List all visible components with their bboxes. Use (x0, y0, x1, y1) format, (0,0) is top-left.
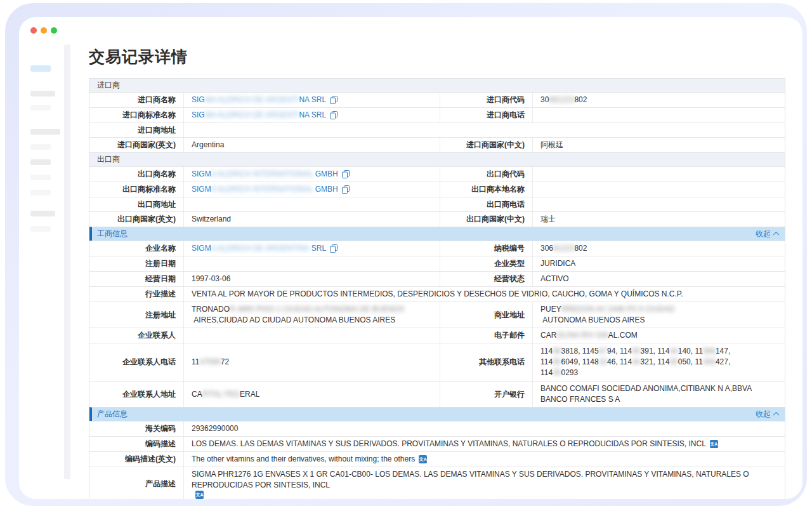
chevron-up-icon (773, 412, 780, 418)
field-value (183, 256, 440, 271)
field-label: 其他联系电话 (440, 343, 532, 381)
field-label: 注册地址 (89, 302, 183, 328)
field-value: SIGMA ALDRICH INTERNATIONAL GMBH (183, 182, 440, 197)
field-label: 纳税编号 (440, 241, 532, 256)
table-row: 编码描述 LOS DEMAS. LAS DEMAS VITAMINAS Y SU… (89, 436, 785, 451)
app-window: 交易记录详情 进口商 进口商名称 SIGMA ALDRICH DE ARGENT… (19, 17, 802, 499)
table-row: 出口商名称 SIGMA ALDRICH INTERNATIONAL GMBH 出… (89, 166, 785, 182)
field-label: 行业描述 (89, 287, 183, 302)
sidebar-nav-placeholder[interactable] (30, 144, 51, 150)
sidebar-nav-placeholder[interactable] (30, 159, 51, 165)
field-label: 商业地址 (440, 302, 532, 328)
window-frame: 交易记录详情 进口商 进口商名称 SIGMA ALDRICH DE ARGENT… (5, 3, 807, 506)
translate-icon[interactable]: 文A (419, 455, 427, 463)
field-value: VENTA AL POR MAYOR DE PRODUCTOS INTERMED… (183, 287, 785, 302)
field-value: The other vitamins and their derivatives… (183, 452, 785, 467)
copy-icon[interactable] (330, 111, 337, 119)
field-value (183, 328, 440, 343)
field-value: 1997-03-06 (183, 272, 440, 286)
importer-name-link[interactable]: SIGMA ALDRICH DE ARGENTINA SRL (192, 95, 326, 105)
field-value: CAPITAL FEDERAL (183, 382, 440, 407)
sidebar-nav-placeholder[interactable] (30, 175, 51, 180)
sidebar-nav-placeholder[interactable] (30, 190, 51, 196)
field-label: 编码描述(英文) (89, 452, 183, 467)
exporter-std-name-link[interactable]: SIGMA ALDRICH INTERNATIONAL GMBH (192, 184, 338, 195)
window-controls (30, 27, 57, 34)
minimize-button[interactable] (41, 27, 47, 34)
table-row: 进口商名称 SIGMA ALDRICH DE ARGENTINA SRL 进口商… (89, 92, 785, 107)
detail-table: 进口商 进口商名称 SIGMA ALDRICH DE ARGENTINA SRL… (89, 78, 785, 499)
table-row: 企业联系人地址 CAPITAL FEDERAL 开户银行 BANCO COMAF… (89, 381, 785, 407)
field-label: 开户银行 (440, 382, 532, 407)
table-row: 出口商地址 出口商电话 (89, 197, 785, 211)
table-row: 注册日期 企业类型 JURIDICA (89, 256, 785, 271)
field-label: 海关编码 (89, 421, 183, 436)
section-header-business: 工商信息 收起 (89, 227, 785, 241)
field-value (183, 123, 785, 137)
field-value: LOS DEMAS. LAS DEMAS VITAMINAS Y SUS DER… (183, 437, 785, 451)
table-row: 企业名称 SIGMA ALDRICH DE ARGENTINA SRL 纳税编号… (89, 241, 785, 256)
copy-icon[interactable] (342, 185, 350, 194)
exporter-name-link[interactable]: SIGMA ALDRICH INTERNATIONAL GMBH (192, 169, 338, 180)
field-label: 进口商代码 (440, 93, 532, 107)
sidebar-nav-placeholder[interactable] (30, 105, 51, 110)
field-label: 经营状态 (440, 272, 532, 286)
field-label: 出口商标准名称 (89, 182, 183, 197)
field-value (532, 167, 785, 182)
field-value: ACTIVO (532, 272, 785, 286)
copy-icon[interactable] (342, 170, 350, 178)
field-value: SIGMA ALDRICH DE ARGENTINA SRL (183, 241, 440, 256)
sidebar-nav-placeholder[interactable] (30, 211, 55, 216)
field-label: 编码描述 (89, 437, 183, 451)
field-value: 30681223802 (532, 93, 785, 107)
field-label: 出口商名称 (89, 167, 183, 182)
section-header-product: 产品信息 收起 (89, 407, 785, 421)
table-row: 出口商标准名称 SIGMA ALDRICH INTERNATIONAL GMBH… (89, 182, 785, 197)
field-label: 经营日期 (89, 272, 183, 286)
sidebar-nav-placeholder[interactable] (30, 91, 55, 96)
maximize-button[interactable] (51, 27, 57, 34)
field-value: Argentina (183, 138, 440, 152)
copy-icon[interactable] (330, 244, 337, 253)
sidebar-divider (64, 44, 70, 479)
field-value (532, 182, 785, 197)
table-row: 海关编码 29362990000 (89, 421, 785, 436)
chevron-up-icon (773, 232, 780, 238)
translate-icon[interactable]: 文A (195, 491, 204, 499)
field-value: 阿根廷 (532, 138, 785, 152)
sidebar-nav-placeholder[interactable] (30, 226, 51, 232)
table-row: 注册地址 TRONADOR 4890 PISO 1 CIUDAD AUTONOM… (89, 302, 785, 328)
importer-std-name-link[interactable]: SIGMA ALDRICH DE ARGENTINA SRL (192, 110, 326, 121)
field-value: TRONADOR 4890 PISO 1 CIUDAD AUTONOMA DE … (183, 302, 440, 328)
field-label: 电子邮件 (440, 328, 532, 343)
field-label: 企业联系人地址 (89, 382, 183, 407)
field-label: 出口商国家(中文) (440, 212, 532, 227)
field-label: 企业类型 (440, 256, 532, 271)
collapse-business-link[interactable]: 收起 (756, 229, 778, 239)
field-label: 出口商国家(英文) (89, 212, 183, 227)
sidebar-active-item[interactable] (30, 65, 51, 72)
field-value: 29362990000 (183, 421, 785, 436)
collapse-product-link[interactable]: 收起 (756, 409, 778, 420)
copy-icon[interactable] (330, 96, 337, 104)
field-label: 进口商国家(中文) (440, 138, 532, 152)
field-value: 瑞士 (532, 212, 785, 227)
sidebar-nav-placeholder[interactable] (30, 129, 60, 135)
page-title: 交易记录详情 (89, 46, 785, 67)
translate-icon[interactable]: 文A (710, 440, 718, 448)
field-label: 进口商标准名称 (89, 108, 183, 123)
table-row: 企业联系人 电子邮件 CAROLINA RIV GMAL.COM (89, 328, 785, 343)
company-name-link[interactable]: SIGMA ALDRICH DE ARGENTINA SRL (192, 243, 326, 254)
field-label: 进口商国家(英文) (89, 138, 183, 152)
field-label: 进口商电话 (440, 108, 532, 123)
field-value: PUEYRREDON AV 2446 PS 5 CIUDAD AUTONOMA … (532, 302, 785, 328)
field-label: 进口商地址 (89, 123, 183, 137)
close-button[interactable] (30, 27, 37, 34)
field-label: 进口商名称 (89, 93, 183, 107)
table-row: 进口商国家(英文) Argentina 进口商国家(中文) 阿根廷 (89, 137, 785, 152)
table-row: 行业描述 VENTA AL POR MAYOR DE PRODUCTOS INT… (89, 286, 785, 302)
field-label: 企业联系人 (89, 328, 183, 343)
field-label: 出口商代码 (440, 167, 532, 182)
field-value: BANCO COMAFI SOCIEDAD ANONIMA,CITIBANK N… (532, 382, 785, 407)
field-value (183, 197, 440, 211)
